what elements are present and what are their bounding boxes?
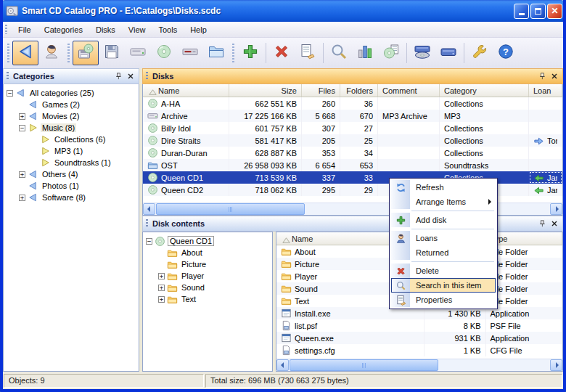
menu-categories[interactable]: Categories xyxy=(38,23,89,36)
list-item[interactable]: Queen.exe931 KBApplication xyxy=(276,332,562,344)
disks-hscrollbar[interactable] xyxy=(143,203,562,215)
scrollbar-thumb[interactable] xyxy=(290,359,438,371)
save-button[interactable] xyxy=(99,41,125,65)
table-row[interactable]: Archive17 225 166 KB5 668670MP3 ArchiveM… xyxy=(143,110,562,122)
pin-icon[interactable] xyxy=(112,71,123,82)
tree-item[interactable]: Games (2) xyxy=(4,99,139,110)
table-row[interactable]: Queen CD1713 539 KB33733CollectionsJames xyxy=(143,171,562,184)
statistics-button[interactable] xyxy=(352,41,378,65)
expand-icon[interactable]: + xyxy=(158,273,165,279)
table-row[interactable]: Dire Straits581 417 KB20525CollectionsTo… xyxy=(143,134,562,147)
panel-grip[interactable] xyxy=(146,219,148,228)
context-menu-item-loans[interactable]: Loans xyxy=(391,231,496,245)
options-button[interactable] xyxy=(467,41,493,65)
column-header-loan[interactable]: Loan xyxy=(529,84,562,97)
panel-grip[interactable] xyxy=(7,72,9,81)
scrollbar-thumb[interactable] xyxy=(156,203,305,215)
tree-item[interactable]: About xyxy=(143,247,272,258)
tree-item[interactable]: Photos (1) xyxy=(4,180,139,192)
collapse-icon[interactable]: − xyxy=(7,90,13,97)
tree-item[interactable]: Collections (6) xyxy=(4,134,139,145)
close-panel-icon[interactable] xyxy=(125,71,136,82)
tree-item[interactable]: −All categories (25) xyxy=(4,87,139,99)
tree-item[interactable]: +Others (4) xyxy=(4,168,139,180)
close-button[interactable]: ✕ xyxy=(547,4,562,19)
column-header-files[interactable]: Files xyxy=(302,84,340,97)
column-header-category[interactable]: Category xyxy=(440,84,529,97)
tree-item[interactable]: +Software (8) xyxy=(4,192,139,203)
menu-view[interactable]: View xyxy=(122,23,152,36)
tree-item[interactable]: +Movies (2) xyxy=(4,110,139,122)
tree-item[interactable]: Soundtrasks (1) xyxy=(4,157,139,168)
scroll-right-icon[interactable] xyxy=(550,203,562,215)
open-catalog-button[interactable] xyxy=(203,41,229,65)
tree-item[interactable]: +Player xyxy=(143,270,272,282)
table-row[interactable]: OST26 958 093 KB6 654653Soundtrasks xyxy=(143,159,562,171)
context-menu-item-returned[interactable]: Returned xyxy=(391,245,496,260)
expand-icon[interactable]: + xyxy=(158,285,165,291)
close-panel-icon[interactable] xyxy=(549,219,559,229)
report-button[interactable] xyxy=(378,41,404,65)
maximize-button[interactable] xyxy=(530,4,546,19)
help-button[interactable]: ? xyxy=(493,41,519,65)
menu-tools[interactable]: Tools xyxy=(152,23,184,36)
expand-icon[interactable]: + xyxy=(19,195,25,201)
pin-icon[interactable] xyxy=(536,71,547,82)
column-header-size[interactable]: Size xyxy=(229,84,302,97)
list-item[interactable]: list.psf8 KBPSF File xyxy=(276,319,562,332)
scroll-right-icon[interactable] xyxy=(550,359,562,371)
collapse-icon[interactable]: − xyxy=(146,238,152,245)
table-row[interactable]: Billy Idol601 757 KB30727Collections xyxy=(143,122,562,134)
delete-button[interactable] xyxy=(268,41,295,65)
properties-button[interactable] xyxy=(295,41,321,65)
drive-button[interactable] xyxy=(125,41,151,65)
context-menu-item-delete[interactable]: Delete xyxy=(391,264,496,278)
tree-item[interactable]: −Queen CD1 xyxy=(143,235,272,247)
loans-button[interactable] xyxy=(38,41,65,65)
toolbar-grip[interactable] xyxy=(232,44,234,62)
menubar-grip[interactable] xyxy=(5,25,7,34)
tree-item[interactable]: Picture xyxy=(143,258,272,270)
context-menu-item-search-in-this-item[interactable]: Search in this item xyxy=(391,278,496,293)
column-header-folders[interactable]: Folders xyxy=(340,84,378,97)
tree-item[interactable]: MP3 (1) xyxy=(4,145,139,157)
tree-item[interactable]: −Music (8) xyxy=(4,122,139,134)
scroll-left-icon[interactable] xyxy=(276,359,289,371)
pin-icon[interactable] xyxy=(536,219,547,229)
table-row[interactable]: A-HA662 551 KB26036Collections xyxy=(143,97,562,110)
context-menu-item-properties[interactable]: Properties xyxy=(391,293,496,307)
context-menu-item-refresh[interactable]: Refresh xyxy=(391,180,496,195)
collapse-icon[interactable]: − xyxy=(19,125,25,131)
toolbar-grip[interactable] xyxy=(67,44,70,62)
expand-icon[interactable]: + xyxy=(19,171,25,178)
search-button[interactable] xyxy=(326,41,352,65)
files-hscrollbar[interactable] xyxy=(276,359,562,371)
menu-help[interactable]: Help xyxy=(184,23,213,36)
minimize-button[interactable] xyxy=(514,4,529,19)
save-catalog-button[interactable] xyxy=(73,41,99,65)
expand-icon[interactable]: + xyxy=(158,296,165,303)
cd-button[interactable] xyxy=(151,41,177,65)
device-button[interactable] xyxy=(177,41,203,65)
context-menu-item-add-disk[interactable]: Add disk xyxy=(391,213,496,227)
close-panel-icon[interactable] xyxy=(549,71,559,82)
eject-button[interactable] xyxy=(409,41,435,65)
app-window: Smart CD Catalog PRO - E:\Catalogs\Disks… xyxy=(0,0,566,392)
scroll-left-icon[interactable] xyxy=(143,203,155,215)
table-row[interactable]: Duran-Duran628 887 KB35334Collections xyxy=(143,147,562,159)
add-disk-button[interactable] xyxy=(237,41,263,65)
context-menu-item-arrange-items[interactable]: Arrange Items xyxy=(391,195,496,209)
menu-file[interactable]: File xyxy=(12,23,38,36)
panel-grip[interactable] xyxy=(146,72,148,81)
tree-item[interactable]: +Sound xyxy=(143,282,272,293)
close-tray-button[interactable] xyxy=(435,41,462,65)
toolbar-grip[interactable] xyxy=(7,44,9,62)
column-header-comment[interactable]: Comment xyxy=(378,84,440,97)
table-row[interactable]: Queen CD2718 062 KB29529CollectionsJames xyxy=(143,184,562,196)
column-header-name[interactable]: Name xyxy=(143,84,229,97)
list-item[interactable]: settings.cfg1 KBCFG File xyxy=(276,344,562,356)
back-button[interactable] xyxy=(12,41,38,65)
tree-item[interactable]: +Text xyxy=(143,293,272,305)
expand-icon[interactable]: + xyxy=(19,113,25,120)
menu-disks[interactable]: Disks xyxy=(89,23,122,36)
